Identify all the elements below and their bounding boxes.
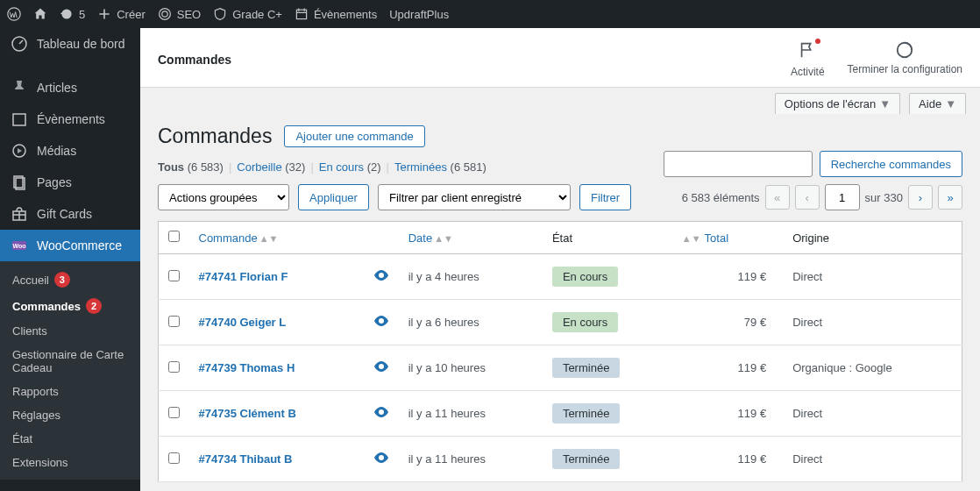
- order-origin: Organique : Google: [784, 345, 962, 391]
- submenu-commandes[interactable]: Commandes2: [0, 293, 140, 319]
- submenu-rapports[interactable]: Rapports: [0, 380, 140, 403]
- table-row: #74741 Florian Fil y a 4 heuresEn cours1…: [159, 254, 962, 300]
- order-total: 119 €: [673, 345, 784, 391]
- page-title: Commandes: [158, 125, 272, 148]
- plus-icon: [97, 7, 111, 21]
- sidebar-giftcards[interactable]: Gift Cards: [0, 198, 140, 230]
- screen-options-tab[interactable]: Options de l'écran ▼: [775, 93, 900, 114]
- submenu-clients[interactable]: Clients: [0, 319, 140, 343]
- svg-point-2: [159, 9, 170, 20]
- submenu-accueil[interactable]: Accueil3: [0, 267, 140, 293]
- notification-dot: [815, 39, 820, 44]
- last-page-button[interactable]: »: [938, 185, 962, 210]
- wp-logo[interactable]: [7, 7, 21, 21]
- sidebar-articles[interactable]: Articles: [0, 72, 140, 103]
- status-badge: Terminée: [552, 403, 620, 423]
- add-order-button[interactable]: Ajouter une commande: [284, 125, 424, 147]
- admin-sidebar: Tableau de bord Articles Évènements Médi…: [0, 28, 140, 491]
- updraft-label: UpdraftPlus: [389, 8, 449, 21]
- filter-completed[interactable]: Terminées: [394, 160, 447, 174]
- preview-button[interactable]: [365, 345, 400, 391]
- table-row: #74735 Clément Bil y a 11 heuresTerminée…: [159, 391, 962, 437]
- home-icon[interactable]: [33, 7, 47, 21]
- search-input[interactable]: [664, 151, 813, 177]
- refresh-count: 5: [79, 8, 85, 21]
- col-origin: Origine: [784, 222, 962, 254]
- filter-button[interactable]: Filtrer: [579, 184, 631, 210]
- order-link[interactable]: #74741 Florian F: [199, 270, 288, 283]
- total-items: 6 583 éléments: [682, 191, 760, 204]
- create-item[interactable]: Créer: [97, 7, 146, 21]
- order-link[interactable]: #74734 Thibaut B: [199, 452, 293, 466]
- svg-point-1: [162, 11, 167, 17]
- order-date: il y a 10 heures: [400, 345, 543, 391]
- create-label: Créer: [117, 8, 146, 21]
- badge: 2: [86, 298, 102, 314]
- order-link[interactable]: #74735 Clément B: [199, 407, 296, 420]
- search-button[interactable]: Recherche commandes: [820, 151, 962, 177]
- gift-icon: [11, 205, 28, 223]
- seo-item[interactable]: SEO: [158, 7, 201, 21]
- chevron-down-icon: ▼: [879, 97, 891, 110]
- page-input[interactable]: [825, 184, 860, 210]
- woo-header-title: Commandes: [158, 53, 231, 67]
- woo-icon: Woo: [11, 237, 28, 254]
- row-checkbox[interactable]: [168, 316, 180, 327]
- filter-all[interactable]: Tous: [158, 160, 184, 174]
- submenu-gestionnaire[interactable]: Gestionnaire de Carte Cadeau: [0, 343, 140, 380]
- sidebar-events[interactable]: Évènements: [0, 103, 140, 135]
- submenu-etat[interactable]: État: [0, 427, 140, 451]
- filter-processing[interactable]: En cours: [319, 160, 364, 174]
- order-total: 119 €: [673, 391, 784, 437]
- finish-config-button[interactable]: Terminer la configuration: [848, 40, 962, 78]
- sidebar-pages[interactable]: Pages: [0, 167, 140, 198]
- row-checkbox[interactable]: [168, 452, 180, 464]
- badge: 3: [54, 272, 70, 288]
- preview-button[interactable]: [365, 300, 400, 345]
- filter-trash[interactable]: Corbeille: [237, 160, 281, 174]
- row-checkbox[interactable]: [168, 407, 180, 418]
- preview-button[interactable]: [365, 391, 400, 437]
- updraft-item[interactable]: UpdraftPlus: [389, 8, 449, 21]
- refresh-item[interactable]: 5: [60, 7, 85, 21]
- order-link[interactable]: #74740 Geiger L: [199, 316, 287, 329]
- sidebar-woocommerce[interactable]: WooWooCommerce: [0, 230, 140, 261]
- pagination: 6 583 éléments « ‹ sur 330 › »: [682, 184, 962, 210]
- seo-icon: [158, 7, 172, 21]
- col-status: État: [543, 222, 673, 254]
- select-all-checkbox[interactable]: [168, 231, 180, 242]
- row-checkbox[interactable]: [168, 361, 180, 373]
- col-date[interactable]: Date▲▼: [400, 222, 543, 254]
- admin-bar: 5 Créer SEO Grade C+ Évènements UpdraftP…: [0, 0, 980, 28]
- sidebar-dashboard[interactable]: Tableau de bord: [0, 28, 140, 60]
- events-item[interactable]: Évènements: [295, 7, 377, 21]
- bulk-actions-select[interactable]: Actions groupées: [158, 184, 289, 210]
- filter-customer-select[interactable]: Filtrer par client enregistré: [378, 184, 571, 210]
- seo-label: SEO: [177, 8, 201, 21]
- row-checkbox[interactable]: [168, 270, 180, 281]
- col-order[interactable]: Commande▲▼: [190, 222, 365, 254]
- prev-page-button[interactable]: ‹: [795, 185, 820, 210]
- order-date: il y a 4 heures: [400, 254, 543, 300]
- order-origin: Direct: [784, 391, 962, 437]
- order-total: 119 €: [673, 437, 784, 482]
- help-tab[interactable]: Aide ▼: [909, 93, 966, 114]
- first-page-button[interactable]: «: [765, 185, 790, 210]
- refresh-icon: [60, 7, 74, 21]
- activity-button[interactable]: Activité: [791, 40, 825, 78]
- status-badge: En cours: [552, 267, 618, 287]
- col-total[interactable]: ▲▼Total: [673, 222, 784, 254]
- next-page-button[interactable]: ›: [908, 185, 933, 210]
- table-row: #74739 Thomas Hil y a 10 heuresTerminée1…: [159, 345, 962, 391]
- order-total: 79 €: [673, 300, 784, 345]
- submenu-reglages[interactable]: Réglages: [0, 403, 140, 427]
- submenu-extensions[interactable]: Extensions: [0, 451, 140, 474]
- grade-item[interactable]: Grade C+: [213, 7, 282, 21]
- preview-button[interactable]: [365, 254, 400, 300]
- preview-button[interactable]: [365, 437, 400, 482]
- events-label: Évènements: [314, 8, 377, 21]
- order-link[interactable]: #74739 Thomas H: [199, 361, 295, 374]
- status-badge: Terminée: [552, 358, 620, 378]
- apply-button[interactable]: Appliquer: [298, 184, 369, 210]
- sidebar-medias[interactable]: Médias: [0, 135, 140, 167]
